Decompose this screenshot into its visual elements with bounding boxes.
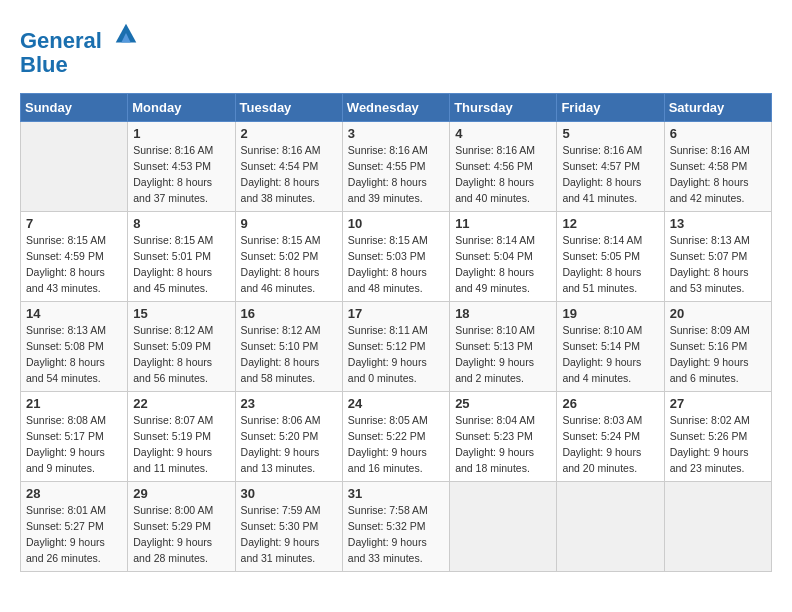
day-info: Sunrise: 8:03 AM Sunset: 5:24 PM Dayligh… xyxy=(562,413,658,476)
day-number: 17 xyxy=(348,306,444,321)
day-number: 30 xyxy=(241,486,337,501)
calendar-cell xyxy=(21,122,128,212)
day-number: 25 xyxy=(455,396,551,411)
day-number: 26 xyxy=(562,396,658,411)
weekday-header: Saturday xyxy=(664,94,771,122)
day-number: 2 xyxy=(241,126,337,141)
weekday-header: Tuesday xyxy=(235,94,342,122)
calendar-cell: 3Sunrise: 8:16 AM Sunset: 4:55 PM Daylig… xyxy=(342,122,449,212)
day-number: 1 xyxy=(133,126,229,141)
day-number: 11 xyxy=(455,216,551,231)
day-info: Sunrise: 8:15 AM Sunset: 4:59 PM Dayligh… xyxy=(26,233,122,296)
day-number: 23 xyxy=(241,396,337,411)
day-info: Sunrise: 8:15 AM Sunset: 5:03 PM Dayligh… xyxy=(348,233,444,296)
calendar-cell: 14Sunrise: 8:13 AM Sunset: 5:08 PM Dayli… xyxy=(21,302,128,392)
calendar-body: 1Sunrise: 8:16 AM Sunset: 4:53 PM Daylig… xyxy=(21,122,772,572)
logo-icon xyxy=(112,20,140,48)
day-info: Sunrise: 8:02 AM Sunset: 5:26 PM Dayligh… xyxy=(670,413,766,476)
calendar-cell xyxy=(557,482,664,572)
day-info: Sunrise: 8:16 AM Sunset: 4:53 PM Dayligh… xyxy=(133,143,229,206)
day-number: 21 xyxy=(26,396,122,411)
calendar-cell: 12Sunrise: 8:14 AM Sunset: 5:05 PM Dayli… xyxy=(557,212,664,302)
day-number: 7 xyxy=(26,216,122,231)
day-info: Sunrise: 8:00 AM Sunset: 5:29 PM Dayligh… xyxy=(133,503,229,566)
day-number: 28 xyxy=(26,486,122,501)
logo-text: General xyxy=(20,20,140,53)
calendar-cell: 19Sunrise: 8:10 AM Sunset: 5:14 PM Dayli… xyxy=(557,302,664,392)
day-info: Sunrise: 8:12 AM Sunset: 5:09 PM Dayligh… xyxy=(133,323,229,386)
day-number: 6 xyxy=(670,126,766,141)
calendar-cell: 26Sunrise: 8:03 AM Sunset: 5:24 PM Dayli… xyxy=(557,392,664,482)
day-number: 12 xyxy=(562,216,658,231)
day-info: Sunrise: 8:10 AM Sunset: 5:14 PM Dayligh… xyxy=(562,323,658,386)
day-info: Sunrise: 8:13 AM Sunset: 5:07 PM Dayligh… xyxy=(670,233,766,296)
day-info: Sunrise: 8:07 AM Sunset: 5:19 PM Dayligh… xyxy=(133,413,229,476)
calendar-cell: 18Sunrise: 8:10 AM Sunset: 5:13 PM Dayli… xyxy=(450,302,557,392)
calendar-cell: 16Sunrise: 8:12 AM Sunset: 5:10 PM Dayli… xyxy=(235,302,342,392)
calendar-cell: 8Sunrise: 8:15 AM Sunset: 5:01 PM Daylig… xyxy=(128,212,235,302)
day-info: Sunrise: 7:59 AM Sunset: 5:30 PM Dayligh… xyxy=(241,503,337,566)
calendar-cell: 9Sunrise: 8:15 AM Sunset: 5:02 PM Daylig… xyxy=(235,212,342,302)
logo-blue: Blue xyxy=(20,53,140,77)
day-info: Sunrise: 8:14 AM Sunset: 5:04 PM Dayligh… xyxy=(455,233,551,296)
page-header: General Blue xyxy=(20,20,772,77)
day-info: Sunrise: 8:11 AM Sunset: 5:12 PM Dayligh… xyxy=(348,323,444,386)
calendar-cell: 29Sunrise: 8:00 AM Sunset: 5:29 PM Dayli… xyxy=(128,482,235,572)
day-number: 27 xyxy=(670,396,766,411)
calendar-cell: 31Sunrise: 7:58 AM Sunset: 5:32 PM Dayli… xyxy=(342,482,449,572)
day-info: Sunrise: 8:12 AM Sunset: 5:10 PM Dayligh… xyxy=(241,323,337,386)
calendar-cell: 15Sunrise: 8:12 AM Sunset: 5:09 PM Dayli… xyxy=(128,302,235,392)
calendar-cell: 21Sunrise: 8:08 AM Sunset: 5:17 PM Dayli… xyxy=(21,392,128,482)
day-number: 15 xyxy=(133,306,229,321)
day-info: Sunrise: 8:14 AM Sunset: 5:05 PM Dayligh… xyxy=(562,233,658,296)
day-number: 4 xyxy=(455,126,551,141)
day-number: 13 xyxy=(670,216,766,231)
day-info: Sunrise: 8:04 AM Sunset: 5:23 PM Dayligh… xyxy=(455,413,551,476)
day-number: 29 xyxy=(133,486,229,501)
day-info: Sunrise: 8:08 AM Sunset: 5:17 PM Dayligh… xyxy=(26,413,122,476)
day-info: Sunrise: 8:15 AM Sunset: 5:02 PM Dayligh… xyxy=(241,233,337,296)
weekday-header: Thursday xyxy=(450,94,557,122)
calendar-cell: 13Sunrise: 8:13 AM Sunset: 5:07 PM Dayli… xyxy=(664,212,771,302)
day-number: 14 xyxy=(26,306,122,321)
logo-general: General xyxy=(20,28,102,53)
day-number: 19 xyxy=(562,306,658,321)
calendar-cell: 7Sunrise: 8:15 AM Sunset: 4:59 PM Daylig… xyxy=(21,212,128,302)
day-info: Sunrise: 8:16 AM Sunset: 4:54 PM Dayligh… xyxy=(241,143,337,206)
weekday-header: Monday xyxy=(128,94,235,122)
logo: General Blue xyxy=(20,20,140,77)
calendar-table: SundayMondayTuesdayWednesdayThursdayFrid… xyxy=(20,93,772,572)
calendar-cell: 20Sunrise: 8:09 AM Sunset: 5:16 PM Dayli… xyxy=(664,302,771,392)
calendar-cell: 2Sunrise: 8:16 AM Sunset: 4:54 PM Daylig… xyxy=(235,122,342,212)
calendar-cell: 28Sunrise: 8:01 AM Sunset: 5:27 PM Dayli… xyxy=(21,482,128,572)
calendar-week-row: 28Sunrise: 8:01 AM Sunset: 5:27 PM Dayli… xyxy=(21,482,772,572)
day-info: Sunrise: 8:15 AM Sunset: 5:01 PM Dayligh… xyxy=(133,233,229,296)
calendar-cell: 30Sunrise: 7:59 AM Sunset: 5:30 PM Dayli… xyxy=(235,482,342,572)
day-info: Sunrise: 8:01 AM Sunset: 5:27 PM Dayligh… xyxy=(26,503,122,566)
calendar-cell: 10Sunrise: 8:15 AM Sunset: 5:03 PM Dayli… xyxy=(342,212,449,302)
day-number: 24 xyxy=(348,396,444,411)
day-info: Sunrise: 8:06 AM Sunset: 5:20 PM Dayligh… xyxy=(241,413,337,476)
calendar-cell: 27Sunrise: 8:02 AM Sunset: 5:26 PM Dayli… xyxy=(664,392,771,482)
weekday-header: Wednesday xyxy=(342,94,449,122)
calendar-cell: 6Sunrise: 8:16 AM Sunset: 4:58 PM Daylig… xyxy=(664,122,771,212)
calendar-cell: 4Sunrise: 8:16 AM Sunset: 4:56 PM Daylig… xyxy=(450,122,557,212)
day-number: 16 xyxy=(241,306,337,321)
weekday-header: Sunday xyxy=(21,94,128,122)
day-number: 9 xyxy=(241,216,337,231)
day-info: Sunrise: 7:58 AM Sunset: 5:32 PM Dayligh… xyxy=(348,503,444,566)
day-info: Sunrise: 8:05 AM Sunset: 5:22 PM Dayligh… xyxy=(348,413,444,476)
calendar-cell: 25Sunrise: 8:04 AM Sunset: 5:23 PM Dayli… xyxy=(450,392,557,482)
day-number: 3 xyxy=(348,126,444,141)
day-info: Sunrise: 8:13 AM Sunset: 5:08 PM Dayligh… xyxy=(26,323,122,386)
day-number: 5 xyxy=(562,126,658,141)
calendar-cell: 1Sunrise: 8:16 AM Sunset: 4:53 PM Daylig… xyxy=(128,122,235,212)
calendar-cell: 22Sunrise: 8:07 AM Sunset: 5:19 PM Dayli… xyxy=(128,392,235,482)
day-info: Sunrise: 8:10 AM Sunset: 5:13 PM Dayligh… xyxy=(455,323,551,386)
day-number: 18 xyxy=(455,306,551,321)
day-info: Sunrise: 8:09 AM Sunset: 5:16 PM Dayligh… xyxy=(670,323,766,386)
day-number: 8 xyxy=(133,216,229,231)
calendar-week-row: 1Sunrise: 8:16 AM Sunset: 4:53 PM Daylig… xyxy=(21,122,772,212)
day-info: Sunrise: 8:16 AM Sunset: 4:55 PM Dayligh… xyxy=(348,143,444,206)
day-info: Sunrise: 8:16 AM Sunset: 4:57 PM Dayligh… xyxy=(562,143,658,206)
